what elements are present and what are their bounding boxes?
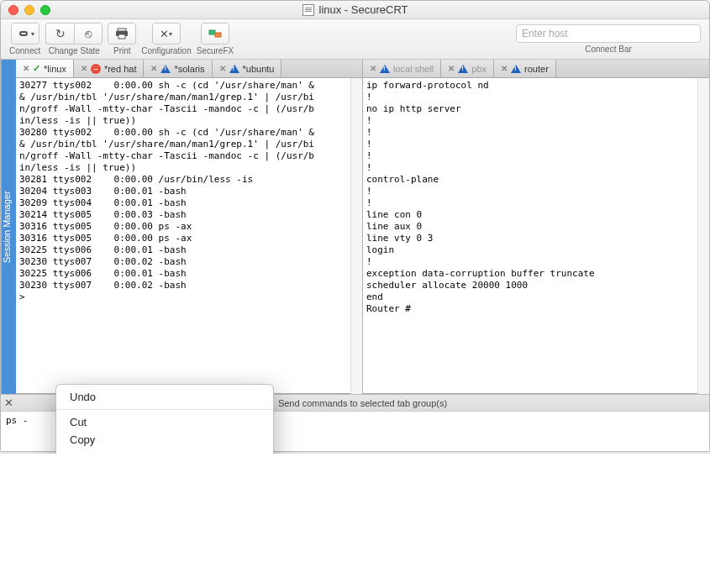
warning-icon [229, 65, 239, 73]
close-tab-icon[interactable]: ✕ [219, 64, 226, 73]
menu-separator [56, 409, 273, 410]
close-tab-icon[interactable]: ✕ [23, 64, 29, 73]
zoom-window-button[interactable] [40, 5, 50, 15]
menu-undo[interactable]: Undo [56, 388, 273, 406]
svg-rect-0 [118, 29, 126, 31]
close-window-button[interactable] [8, 5, 18, 15]
tab-pbx[interactable]: ✕pbx [441, 60, 494, 77]
securefx-label: SecureFX [197, 46, 234, 55]
session-manager-sidebar[interactable]: Session Manager [1, 60, 16, 394]
print-button[interactable] [108, 23, 136, 45]
warning-icon [380, 65, 390, 73]
change-state-group: ↻ ⎋ Change State [45, 23, 103, 55]
close-tab-icon[interactable]: ✕ [81, 64, 87, 73]
config-group: ✕▾ Configuration [141, 23, 191, 55]
context-menu: Undo Cut Copy Paste Delete Select All Se… [55, 384, 274, 454]
configuration-button[interactable]: ✕▾ [152, 23, 181, 45]
right-terminal[interactable]: ip forward-protocol nd ! no ip http serv… [363, 78, 697, 394]
disconnect-icon: ⎋ [85, 27, 92, 40]
close-tab-icon[interactable]: ✕ [150, 64, 157, 73]
window-title: linux - SecureCRT [1, 3, 709, 16]
right-pane: ✕local shell ✕pbx ✕router ip forward-pro… [363, 60, 709, 394]
app-window: linux - SecureCRT ▾ Connect ↻ ⎋ Change S… [0, 0, 710, 454]
close-tab-icon[interactable]: ✕ [448, 64, 455, 73]
warning-icon [458, 65, 468, 73]
scrollbar[interactable] [350, 78, 362, 394]
reconnect-button[interactable]: ↻ [45, 23, 74, 45]
tab-solaris[interactable]: ✕*solaris [144, 60, 212, 77]
left-pane: ✕✓*linux ✕–*red hat ✕*solaris ✕*ubuntu 3… [16, 60, 363, 394]
warning-icon [160, 65, 171, 73]
window-controls [8, 5, 50, 15]
securefx-button[interactable] [201, 23, 229, 45]
link-icon [15, 28, 30, 39]
tools-icon: ✕ [160, 28, 169, 40]
svg-rect-3 [209, 30, 215, 34]
configuration-label: Configuration [141, 46, 191, 55]
tab-linux[interactable]: ✕✓*linux [16, 60, 74, 77]
right-tab-strip: ✕local shell ✕pbx ✕router [363, 60, 709, 78]
svg-rect-4 [215, 33, 221, 37]
tab-redhat[interactable]: ✕–*red hat [74, 60, 145, 77]
securefx-group: SecureFX [197, 23, 234, 55]
toolbar: ▾ Connect ↻ ⎋ Change State Print ✕▾ Conf… [1, 19, 709, 60]
connect-bar-group: Connect Bar [516, 24, 701, 54]
tab-router[interactable]: ✕router [494, 60, 556, 77]
refresh-icon: ↻ [55, 27, 66, 40]
close-tab-icon[interactable]: ✕ [501, 64, 508, 73]
tab-ubuntu[interactable]: ✕*ubuntu [213, 60, 282, 77]
left-tab-strip: ✕✓*linux ✕–*red hat ✕*solaris ✕*ubuntu [16, 60, 362, 78]
menu-cut[interactable]: Cut [56, 413, 273, 431]
change-state-label: Change State [49, 46, 100, 55]
printer-icon [115, 28, 129, 39]
scrollbar[interactable] [697, 78, 709, 394]
connect-bar-label: Connect Bar [516, 45, 701, 54]
close-commandbar-button[interactable]: ✕ [1, 396, 16, 411]
connect-button[interactable]: ▾ [11, 23, 39, 45]
noentry-icon: – [91, 64, 101, 74]
document-icon [302, 4, 314, 16]
securefx-icon [208, 28, 222, 39]
left-terminal[interactable]: 30277 ttys002 0:00.00 sh -c (cd '/usr/sh… [16, 78, 350, 394]
svg-rect-2 [118, 34, 125, 39]
host-input[interactable] [516, 24, 701, 43]
connect-group: ▾ Connect [9, 23, 40, 55]
title-bar[interactable]: linux - SecureCRT [1, 1, 709, 19]
tab-localshell[interactable]: ✕local shell [363, 60, 441, 77]
window-title-text: linux - SecureCRT [319, 3, 408, 16]
menu-paste[interactable]: Paste [56, 449, 273, 454]
minimize-window-button[interactable] [24, 5, 34, 15]
check-icon: ✓ [33, 63, 40, 74]
connect-label: Connect [9, 46, 40, 55]
content-area: Session Manager ✕✓*linux ✕–*red hat ✕*so… [1, 60, 709, 394]
print-group: Print [108, 23, 136, 55]
warning-icon [511, 65, 521, 73]
close-tab-icon[interactable]: ✕ [370, 64, 376, 73]
disconnect-button[interactable]: ⎋ [74, 23, 103, 45]
print-label: Print [113, 46, 131, 55]
menu-copy[interactable]: Copy [56, 431, 273, 449]
